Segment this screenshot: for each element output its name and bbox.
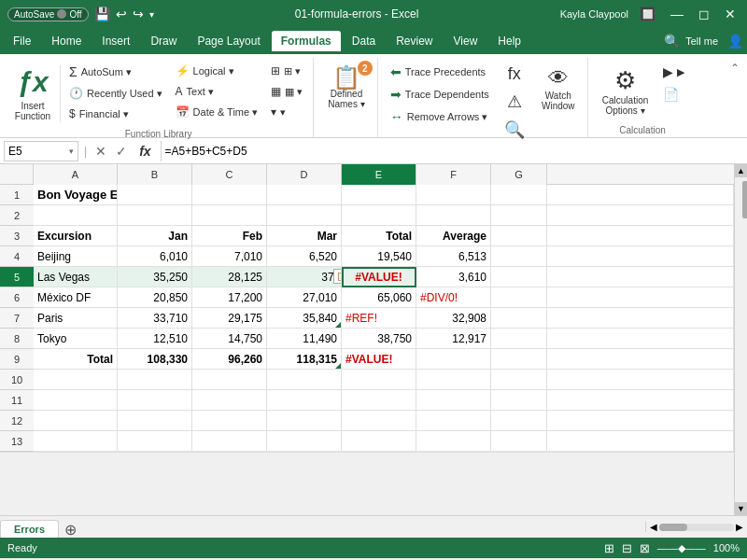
calc-options-button[interactable]: ⚙ CalculationOptions ▾ xyxy=(596,62,655,120)
zoom-level[interactable]: 100% xyxy=(713,542,740,553)
cell-c1[interactable] xyxy=(192,185,267,205)
cell-g7[interactable] xyxy=(491,308,547,329)
row-header-1[interactable]: 1 xyxy=(0,185,34,205)
cell-c2[interactable] xyxy=(192,205,267,226)
cell-b1[interactable] xyxy=(118,185,192,205)
cell-a1[interactable]: Bon Voyage Excursions xyxy=(34,185,118,205)
cell-ref-dropdown[interactable]: ▾ xyxy=(69,147,74,156)
cell-a9[interactable]: Total xyxy=(34,349,118,370)
evaluate-formula-button[interactable]: 🔍 xyxy=(498,117,531,143)
cell-g3[interactable] xyxy=(491,226,547,246)
cell-e6[interactable]: 65,060 xyxy=(342,287,416,308)
cell-e8[interactable]: 38,750 xyxy=(342,329,416,349)
cell-f10[interactable] xyxy=(416,370,491,390)
cell-f7[interactable]: 32,908 xyxy=(416,308,491,329)
recently-used-button[interactable]: 🕐 Recently Used ▾ xyxy=(64,84,167,103)
row-header-7[interactable]: 7 xyxy=(0,308,34,329)
cell-d6[interactable]: 27,010 xyxy=(267,287,342,308)
cell-g1[interactable] xyxy=(491,185,547,205)
cell-b7[interactable]: 33,710 xyxy=(118,308,192,329)
cell-d7[interactable]: 35,840 xyxy=(267,308,342,329)
col-header-c[interactable]: C xyxy=(192,164,267,185)
cell-a12[interactable] xyxy=(34,411,118,431)
cell-f1[interactable] xyxy=(416,185,491,205)
scroll-right-btn[interactable]: ▶ xyxy=(736,522,743,532)
cell-e5[interactable]: #VALUE! xyxy=(342,267,416,287)
cell-b13[interactable] xyxy=(118,431,192,452)
cell-g9[interactable] xyxy=(491,349,547,370)
remove-arrows-button[interactable]: ↔ Remove Arrows ▾ xyxy=(386,106,494,127)
lookup-button[interactable]: ⊞ ⊞ ▾ xyxy=(266,62,307,80)
minimize-btn[interactable]: — xyxy=(667,7,687,21)
financial-button[interactable]: $ Financial ▾ xyxy=(64,105,167,123)
cell-b5[interactable]: 35,250 xyxy=(118,267,192,287)
cell-e11[interactable] xyxy=(342,390,416,411)
cell-e13[interactable] xyxy=(342,431,416,452)
scroll-thumb[interactable] xyxy=(742,181,748,218)
cell-d4[interactable]: 6,520 xyxy=(267,246,342,267)
cell-g13[interactable] xyxy=(491,431,547,452)
defined-names-button[interactable]: 2 📋 DefinedNames ▾ xyxy=(321,62,371,114)
scroll-down-btn[interactable]: ▼ xyxy=(735,502,748,515)
row-header-5[interactable]: 5 xyxy=(0,267,34,287)
scroll-up-btn[interactable]: ▲ xyxy=(735,164,748,177)
cell-f8[interactable]: 12,917 xyxy=(416,329,491,349)
search-icon[interactable]: 🔍 xyxy=(664,34,680,49)
menu-formulas[interactable]: Formulas xyxy=(272,31,341,51)
row-header-4[interactable]: 4 xyxy=(0,246,34,267)
sheet-tab-errors[interactable]: Errors xyxy=(0,520,59,539)
ribbon-collapse[interactable]: ⌃ xyxy=(726,58,743,137)
trace-dependents-button[interactable]: ➡ Trace Dependents xyxy=(386,84,494,105)
cell-d1[interactable] xyxy=(267,185,342,205)
cell-a2[interactable] xyxy=(34,205,118,226)
cell-d12[interactable] xyxy=(267,411,342,431)
col-header-b[interactable]: B xyxy=(118,164,192,185)
watch-window-button[interactable]: 👁 WatchWindow xyxy=(535,62,582,116)
menu-home[interactable]: Home xyxy=(42,31,91,51)
text-button[interactable]: A Text ▾ xyxy=(171,82,263,101)
page-break-view-btn[interactable]: ⊠ xyxy=(640,541,650,555)
cell-a13[interactable] xyxy=(34,431,118,452)
cell-d11[interactable] xyxy=(267,390,342,411)
cell-a11[interactable] xyxy=(34,390,118,411)
col-header-e[interactable]: E xyxy=(342,164,416,185)
logical-button[interactable]: ⚡ Logical ▾ xyxy=(171,62,263,80)
cell-c8[interactable]: 14,750 xyxy=(192,329,267,349)
cell-g2[interactable] xyxy=(491,205,547,226)
cell-e7[interactable]: #REF! xyxy=(342,308,416,329)
row-header-11[interactable]: 11 xyxy=(0,390,34,411)
cell-f11[interactable] xyxy=(416,390,491,411)
autosum-button[interactable]: Σ AutoSum ▾ xyxy=(64,62,167,82)
row-header-3[interactable]: 3 xyxy=(0,226,34,246)
cell-f5[interactable]: ➡ 3,610 1 xyxy=(416,267,491,287)
cell-c5[interactable]: 28,125 xyxy=(192,267,267,287)
cell-c6[interactable]: 17,200 xyxy=(192,287,267,308)
cell-e10[interactable] xyxy=(342,370,416,390)
tell-me[interactable]: Tell me xyxy=(685,35,718,47)
row-header-12[interactable]: 12 xyxy=(0,411,34,431)
row-header-10[interactable]: 10 xyxy=(0,370,34,390)
cell-d2[interactable] xyxy=(267,205,342,226)
autosave-toggle[interactable]: AutoSave Off xyxy=(7,7,89,21)
calc-now-button[interactable]: ▶ ▶ xyxy=(658,62,689,82)
menu-draw[interactable]: Draw xyxy=(141,31,186,51)
row-header-9[interactable]: 9 xyxy=(0,349,34,370)
cell-d10[interactable] xyxy=(267,370,342,390)
confirm-formula-btn[interactable]: ✓ xyxy=(113,144,130,159)
row-header-13[interactable]: 13 xyxy=(0,431,34,452)
cell-c13[interactable] xyxy=(192,431,267,452)
normal-view-btn[interactable]: ⊞ xyxy=(604,541,614,555)
cell-a3[interactable]: Excursion xyxy=(34,226,118,246)
cell-b6[interactable]: 20,850 xyxy=(118,287,192,308)
cell-g6[interactable] xyxy=(491,287,547,308)
cell-c4[interactable]: 7,010 xyxy=(192,246,267,267)
undo-btn[interactable]: ↩ xyxy=(116,7,127,21)
col-header-d[interactable]: D xyxy=(267,164,342,185)
formula-input[interactable] xyxy=(161,141,743,161)
cell-b12[interactable] xyxy=(118,411,192,431)
row-header-6[interactable]: 6 xyxy=(0,287,34,308)
date-time-button[interactable]: 📅 Date & Time ▾ xyxy=(171,103,263,121)
menu-insert[interactable]: Insert xyxy=(92,31,139,51)
paste-options-icon[interactable]: 📋 xyxy=(333,269,342,284)
insert-function-button[interactable]: ƒx InsertFunction xyxy=(9,62,56,126)
